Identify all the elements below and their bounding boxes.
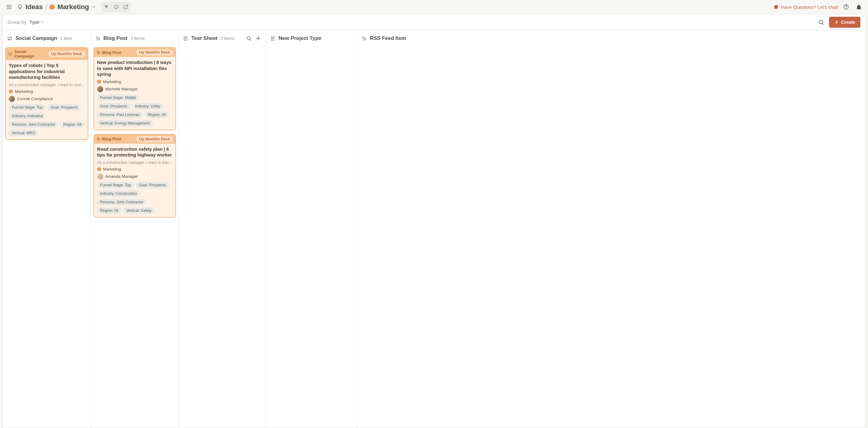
groupby-value-label: Type: [30, 20, 40, 25]
panel-toolbar: Group by Type Create: [3, 14, 865, 30]
svg-point-14: [97, 140, 97, 140]
card-body: Road construction safety plan | 6 tips f…: [94, 144, 176, 217]
card-type-label: Blog Post: [102, 50, 122, 55]
lane-social-campaign: Social Campaign 1 Item Social Campaign: [3, 30, 91, 428]
card[interactable]: Blog Post Up Next/On Deck Road construct…: [93, 134, 176, 218]
lane-tear-sheet: Tear Sheet 0 Items: [179, 30, 266, 428]
card-type: Social Campaign: [8, 49, 43, 59]
monitor-button[interactable]: [112, 2, 121, 11]
lane-add-button[interactable]: [255, 35, 261, 41]
hamburger-menu-button[interactable]: [4, 2, 14, 12]
breadcrumb-ideas[interactable]: Ideas: [17, 3, 43, 11]
help-button[interactable]: [841, 2, 851, 12]
card-category-label: Marketing: [103, 79, 121, 84]
page-icon: [270, 36, 275, 41]
card-category: Marketing: [97, 79, 173, 84]
category-dot-icon: [97, 167, 101, 171]
tag-chip: Goal: Prospects: [136, 182, 169, 189]
rss-icon: [97, 51, 100, 55]
card-assignee-name: Amanda Manager: [105, 174, 138, 179]
lane-header[interactable]: RSS Feed Item: [360, 34, 442, 43]
chevron-down-icon: [91, 5, 96, 9]
tag-chip: Industry: Industrial: [9, 112, 46, 119]
breadcrumb-marketing[interactable]: Marketing: [49, 3, 96, 11]
category-dot-icon: [9, 90, 13, 94]
lane-rss-feed-item: RSS Feed Item: [357, 30, 444, 428]
svg-point-13: [97, 53, 97, 54]
card-type: Blog Post: [97, 50, 122, 55]
lane-title: Blog Post: [103, 35, 128, 41]
breadcrumb-actions: [101, 2, 131, 12]
panel-search-button[interactable]: [816, 18, 826, 27]
card-description: As a construction manager, I want to und…: [9, 83, 85, 87]
card[interactable]: Social Campaign Up Next/On Deck Types of…: [5, 47, 88, 140]
card-type-label: Blog Post: [102, 137, 122, 141]
tag-chip: Vertical: MRO: [9, 130, 38, 136]
card-header: Blog Post Up Next/On Deck: [94, 135, 176, 144]
card[interactable]: Blog Post Up Next/On Deck New product in…: [93, 47, 176, 130]
card-description: As a construction manager, I want to kno…: [97, 160, 173, 165]
lane-new-project-type: New Project Type: [266, 30, 357, 428]
tag-chip: Funnel Stage: Top: [9, 104, 46, 111]
lane-header[interactable]: Social Campaign 1 Item: [5, 34, 88, 43]
card-assignee-name: Michelle Manager: [105, 87, 138, 91]
rss-icon: [362, 36, 367, 41]
lane-search-button[interactable]: [246, 36, 252, 41]
lane-header[interactable]: New Project Type: [268, 34, 354, 43]
create-button[interactable]: Create: [829, 17, 860, 28]
chat-icon: [773, 4, 779, 10]
svg-point-12: [96, 40, 97, 40]
status-badge: Up Next/On Deck: [48, 51, 85, 57]
breadcrumb-separator: /: [45, 3, 47, 11]
card-type: Blog Post: [97, 137, 122, 141]
tag-chip: Persona: Paul Lineman: [97, 111, 143, 118]
megaphone-icon: [8, 52, 12, 56]
svg-point-27: [363, 40, 363, 40]
svg-rect-3: [114, 5, 118, 8]
tag-chip: Region: All: [145, 111, 169, 118]
status-badge: Up Next/On Deck: [136, 136, 173, 142]
filter-button[interactable]: [102, 2, 111, 11]
lane-blog-post: Blog Post 2 Items Blog Post Up Next/: [91, 30, 179, 428]
lane-cards: Social Campaign Up Next/On Deck Types of…: [5, 47, 88, 140]
lane-title: Tear Sheet: [191, 35, 217, 41]
card-assignee: Michelle Manager: [97, 86, 173, 92]
lane-title: New Project Type: [278, 35, 321, 41]
chat-link-label: Have Questions? Let's chat!: [781, 5, 838, 10]
lane-count: 1 Item: [60, 36, 72, 41]
topbar: Ideas / Marketing Have Questions? Let's …: [0, 0, 868, 14]
status-badge: Up Next/On Deck: [136, 49, 173, 56]
share-button[interactable]: [121, 2, 130, 11]
svg-point-7: [846, 8, 846, 8]
lane-cards: Blog Post Up Next/On Deck New product in…: [93, 47, 176, 218]
tag-chip: Vertical: Safety: [123, 207, 154, 214]
groupby-selector[interactable]: Type: [30, 20, 44, 25]
tag-chip: Industry: Construction: [97, 190, 141, 197]
tag-chip: Funnel Stage: Middle: [97, 94, 139, 101]
notifications-button[interactable]: [854, 2, 864, 12]
tag-chip: Vertical: Energy Management: [97, 120, 153, 127]
category-dot-icon: [97, 80, 101, 84]
lane-title: Social Campaign: [16, 35, 57, 41]
tag-chip: Goal: Prospects: [48, 104, 81, 111]
lane-count: 0 Items: [220, 36, 235, 41]
megaphone-icon: [7, 36, 12, 41]
tag-chip: Industry: Utility: [132, 103, 163, 109]
chat-link[interactable]: Have Questions? Let's chat!: [773, 4, 838, 10]
lane-header[interactable]: Blog Post 2 Items: [93, 34, 176, 43]
card-category-label: Marketing: [15, 89, 33, 94]
card-title: Types of robots | Top 5 applications for…: [9, 62, 85, 80]
card-category: Marketing: [97, 167, 173, 171]
lane-header[interactable]: Tear Sheet 0 Items: [181, 34, 263, 43]
card-type-label: Social Campaign: [14, 49, 43, 59]
groupby-label: Group by: [8, 20, 27, 25]
breadcrumb: Ideas / Marketing: [17, 3, 96, 11]
page-icon: [183, 36, 188, 41]
plus-icon: [834, 20, 839, 25]
card-category: Marketing: [9, 89, 85, 94]
tag-chip: Persona: John Contractor: [9, 121, 58, 128]
tag-chip: Persona: John Contractor: [97, 199, 147, 205]
rss-icon: [97, 137, 100, 141]
card-header: Social Campaign Up Next/On Deck: [6, 48, 88, 60]
lightbulb-icon: [17, 4, 23, 10]
